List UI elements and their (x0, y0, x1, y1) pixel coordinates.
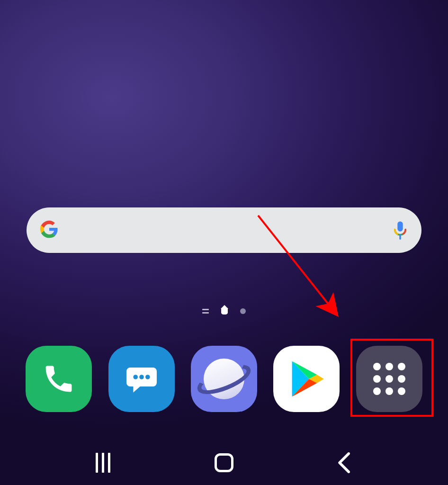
nav-home-button[interactable] (210, 451, 238, 475)
svg-rect-0 (397, 221, 403, 231)
phone-icon (42, 362, 75, 395)
navigation-bar (0, 451, 448, 475)
apps-grid-icon (373, 363, 405, 395)
page-dot-icon (240, 308, 246, 314)
google-search-bar[interactable] (27, 207, 421, 253)
phone-app[interactable] (26, 346, 92, 412)
dock (0, 346, 448, 412)
nav-back-button[interactable] (331, 451, 359, 475)
messages-app[interactable] (108, 346, 175, 412)
messages-icon (123, 360, 161, 398)
home-indicator-icon (221, 308, 228, 314)
play-store-icon (287, 358, 325, 400)
browser-app[interactable] (191, 346, 257, 412)
nav-recents-button[interactable] (89, 451, 117, 475)
svg-point-2 (133, 375, 138, 379)
play-store-app[interactable] (273, 346, 340, 412)
apps-drawer-app[interactable] (356, 346, 422, 412)
microphone-icon[interactable] (392, 221, 408, 240)
page-indicator (0, 308, 448, 314)
svg-point-3 (139, 375, 144, 379)
svg-point-4 (145, 375, 150, 379)
google-g-icon (40, 220, 59, 241)
panel-indicator-icon (202, 309, 209, 314)
